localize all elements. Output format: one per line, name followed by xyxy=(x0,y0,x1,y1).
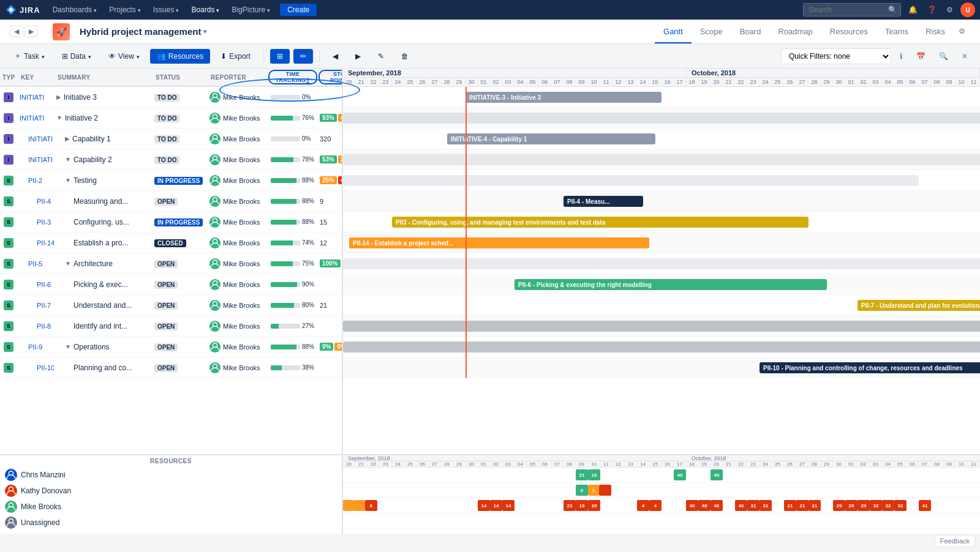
nav-bigpicture[interactable]: BigPicture xyxy=(227,3,275,17)
create-button[interactable]: Create xyxy=(280,4,317,16)
key-cell[interactable]: PII-3 xyxy=(17,218,54,226)
resource-item[interactable]: Chris Manzini xyxy=(5,467,337,483)
settings-icon[interactable]: ⚙ xyxy=(944,3,956,17)
resource-block[interactable]: 41 xyxy=(919,500,931,511)
project-title[interactable]: Hybrid project management ▾ xyxy=(80,26,206,37)
table-row[interactable]: I INITIATI ▼Capability 2 TO DO Mike Broo… xyxy=(0,149,342,170)
close-gantt-btn[interactable]: ✕ xyxy=(957,50,973,63)
resource-block[interactable]: 29 xyxy=(858,500,870,511)
nav-issues[interactable]: Issues xyxy=(148,3,184,17)
help-icon[interactable]: ❓ xyxy=(925,3,939,17)
edit-pencil-button[interactable]: ✏ xyxy=(293,49,313,64)
resource-block[interactable]: 48 xyxy=(698,500,710,511)
resource-block[interactable]: 19 xyxy=(576,500,588,511)
tab-teams[interactable]: Teams xyxy=(876,21,917,43)
resource-block[interactable]: 40 xyxy=(710,469,723,480)
resource-block[interactable]: 21 xyxy=(796,500,809,511)
expand-arrow[interactable]: ▼ xyxy=(65,260,71,267)
tab-risks[interactable]: Risks xyxy=(917,21,954,43)
key-cell[interactable]: PII-10 xyxy=(17,364,54,371)
resources-button[interactable]: 👥 Resources xyxy=(150,49,210,64)
resource-block[interactable]: 46 xyxy=(735,500,747,511)
table-row[interactable]: S PII-5 ▼Architecture OPEN Mike Brooks 7… xyxy=(0,253,342,274)
key-cell[interactable]: INITIATI xyxy=(17,156,54,163)
resource-block[interactable]: 31 xyxy=(747,500,760,511)
resource-block[interactable]: 32 xyxy=(894,500,907,511)
resource-block[interactable]: 4 xyxy=(649,500,662,511)
key-cell[interactable]: PII-2 xyxy=(17,177,54,184)
nav-projects[interactable]: Projects xyxy=(104,3,145,17)
gantt-bar[interactable]: PII-10 - Planning and controlling of cha… xyxy=(760,362,980,373)
quick-filter-select[interactable]: Quick Filters: none xyxy=(781,48,891,64)
table-row[interactable]: S PII-4 Measuring and... OPEN Mike Brook… xyxy=(0,191,342,212)
gantt-bar[interactable]: PII-6 - Picking & executing the right mo… xyxy=(514,279,827,290)
layout-grid-button[interactable]: ⊞ xyxy=(270,49,290,64)
gantt-bar[interactable]: INITIATIVE-4 - Capability 1 xyxy=(447,133,655,144)
key-cell[interactable]: PII-7 xyxy=(17,302,54,309)
forward-button[interactable]: ▶ xyxy=(24,26,38,37)
gantt-bar[interactable] xyxy=(343,154,980,165)
gantt-bar[interactable] xyxy=(343,341,980,352)
resource-block[interactable]: 32 xyxy=(882,500,894,511)
tab-gantt[interactable]: Gantt xyxy=(655,21,692,43)
key-cell[interactable]: PII-4 xyxy=(17,198,54,205)
nav-boards[interactable]: Boards xyxy=(186,3,224,17)
tab-resources[interactable]: Resources xyxy=(821,21,876,43)
resource-item[interactable]: Kathy Donovan xyxy=(5,483,337,499)
key-cell[interactable]: PII-6 xyxy=(17,281,54,288)
notification-icon[interactable]: 🔔 xyxy=(906,3,920,17)
table-row[interactable]: S PII-6 Picking & exec... OPEN Mike Broo… xyxy=(0,274,342,295)
expand-arrow[interactable]: ▼ xyxy=(65,343,71,350)
resource-block[interactable]: 46 xyxy=(686,500,698,511)
view-button[interactable]: 👁 View xyxy=(102,49,146,64)
resource-block[interactable]: 40 xyxy=(674,469,686,480)
key-cell[interactable]: INITIATI xyxy=(17,135,54,143)
arrow-right-button[interactable]: ▶ xyxy=(349,49,368,64)
gantt-bar[interactable]: PII-4 - Measu... xyxy=(564,196,643,207)
resource-item[interactable]: Mike Brooks xyxy=(5,499,337,515)
table-row[interactable]: I INITIATI ▶Capability 1 TO DO Mike Broo… xyxy=(0,129,342,149)
data-button[interactable]: ⊞ Data xyxy=(55,49,98,64)
table-row[interactable]: S PII-3 Configuring, us... IN PROGRESS M… xyxy=(0,212,342,233)
user-avatar[interactable]: U xyxy=(960,2,975,17)
resource-block[interactable] xyxy=(599,485,611,496)
key-cell[interactable]: PII-14 xyxy=(17,239,54,247)
jira-logo[interactable]: JIRA xyxy=(5,4,40,16)
resource-block[interactable]: 16 xyxy=(588,469,600,480)
gantt-bar[interactable]: PII3 - Configuring, using, and managing … xyxy=(392,217,809,228)
table-row[interactable]: S PII-9 ▼Operations OPEN Mike Brooks 88%… xyxy=(0,337,342,357)
resource-block[interactable] xyxy=(354,500,365,511)
gantt-bar[interactable] xyxy=(343,258,980,269)
key-cell[interactable]: PII-5 xyxy=(17,260,54,267)
resource-block[interactable]: 14 xyxy=(502,500,514,511)
expand-arrow[interactable]: ▼ xyxy=(56,114,62,121)
gantt-bar[interactable]: INITIATIVE-3 - Initiative 3 xyxy=(466,92,662,103)
table-row[interactable]: I INITIATI ▼Initiative 2 TO DO Mike Broo… xyxy=(0,108,342,129)
gantt-bar[interactable] xyxy=(343,175,919,186)
table-row[interactable]: I INITIATI ▶Initiative 3 TO DO Mike Broo… xyxy=(0,87,342,108)
resource-block[interactable]: 21 xyxy=(784,500,796,511)
resource-block[interactable]: 32 xyxy=(870,500,882,511)
resource-block[interactable]: 4 xyxy=(637,500,649,511)
gantt-bar[interactable]: PII-14 - Establish a project sched... xyxy=(349,237,649,248)
delete-button[interactable]: 🗑 xyxy=(394,49,415,64)
resource-block[interactable]: 1 xyxy=(588,485,599,496)
resource-block[interactable]: 21 xyxy=(809,500,821,511)
resource-block[interactable]: 23 xyxy=(564,500,576,511)
search-gantt-btn[interactable]: 🔍 xyxy=(934,50,953,63)
nav-dashboards[interactable]: Dashboards xyxy=(48,3,102,17)
resource-block[interactable]: 14 xyxy=(478,500,490,511)
expand-arrow[interactable]: ▼ xyxy=(65,156,71,163)
resource-block[interactable]: 19 xyxy=(588,500,600,511)
calendar-icon-btn[interactable]: 📅 xyxy=(911,50,930,63)
arrow-left-button[interactable]: ◀ xyxy=(326,49,345,64)
table-row[interactable]: S PII-7 Understand and... OPEN Mike Broo… xyxy=(0,295,342,316)
resource-block[interactable] xyxy=(343,500,354,511)
export-button[interactable]: ⬇ Export xyxy=(214,49,257,64)
info-icon-btn[interactable]: ℹ xyxy=(895,50,908,63)
resource-block[interactable]: 29 xyxy=(845,500,858,511)
back-button[interactable]: ◀ xyxy=(10,26,23,37)
expand-arrow[interactable]: ▼ xyxy=(65,177,71,184)
search-input[interactable] xyxy=(803,3,901,17)
resource-block[interactable]: 29 xyxy=(833,500,845,511)
